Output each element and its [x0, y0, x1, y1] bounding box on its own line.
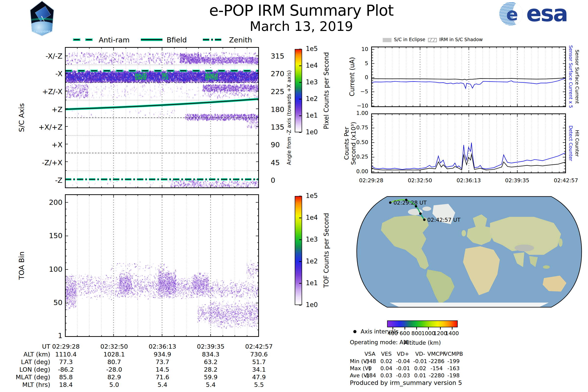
counts-ytick-label: 0.50 [345, 139, 368, 145]
ephemeris-cell: 59.9 [190, 374, 232, 381]
sc-axis-band-label: +X [10, 141, 62, 149]
colorbar-tick-label: 1e2 [306, 258, 318, 265]
ephemeris-cell: 71.6 [142, 374, 183, 381]
voltage-column-header: VCMPB [440, 351, 467, 357]
angle-axis-title: Angle from -Z axis (towards +X axis) [286, 70, 292, 165]
angle-tick-label: 45 [271, 158, 280, 167]
colorbar-tick-label: 1e5 [306, 45, 318, 52]
axis-interval-dot [419, 212, 422, 215]
sc-axis-band-label: +Z/-X [10, 88, 62, 96]
current-right-label-blue: Sensor Surface Current x 5 [568, 45, 574, 108]
angle-tick-label: 270 [271, 70, 284, 78]
altitude-tick-mark [428, 327, 429, 330]
page-date: March 13, 2019 [172, 18, 431, 34]
track-start-time-label: 02:29:28 UT [394, 200, 427, 206]
right-plot-time-label: 02:36:13 [450, 178, 487, 184]
cassiope-mission-badge: CASSIOPE [30, 1, 55, 36]
toa-ytick-label: 1 [32, 332, 62, 340]
sc-axis-band-label: -X [10, 70, 62, 78]
axis-intervals-dot-icon [353, 330, 356, 333]
sc-axis-band-label: -Z [10, 176, 62, 184]
ephemeris-cell: 5.5 [238, 381, 280, 388]
antiram-legend-line [73, 37, 92, 43]
colorbar-tick-label: 1e4 [306, 214, 318, 221]
ephemeris-row-label: MLAT (deg) [0, 374, 50, 381]
altitude-tick-mark [452, 327, 452, 330]
esa-logo: esa [526, 0, 567, 27]
altitude-tick-mark [404, 327, 405, 330]
colorbar-tick-mark [299, 82, 301, 83]
eclipse-legend-swatch [383, 38, 392, 42]
colorbar-tick-label: 1e3 [306, 78, 318, 86]
ephemeris-cell: 5.0 [93, 381, 135, 388]
world-map: 02:29:28 UT 02:42:57 UT [353, 194, 586, 311]
track-end-time-label: 02:42:57 UT [427, 217, 460, 223]
zenith-legend-label: Zenith [229, 36, 252, 44]
colorbar-tick-label: 1e2 [306, 95, 318, 102]
current-right-label-black: Sensor Surface Current [574, 50, 580, 104]
ephemeris-cell: 18.4 [45, 381, 87, 388]
current-ytick-label: 0 [345, 74, 368, 80]
altitude-colorbar [387, 320, 458, 327]
ephemeris-cell: 34.1 [238, 366, 280, 373]
voltage-cell: -198 [440, 372, 467, 378]
counts-ytick-label: 0.75 [345, 124, 368, 130]
colorbar-tick-mark [299, 261, 301, 262]
sc-axis-band-label: +Z [10, 105, 62, 114]
ephemeris-cell: 82.9 [93, 374, 135, 381]
counts-right-label-blue: Detect Counter [568, 126, 574, 161]
counts-ytick-label: 1.00 [345, 110, 368, 116]
esa-globe-e: e [506, 4, 518, 24]
ephemeris-cell: 85.8 [45, 374, 87, 381]
ephemeris-row-label: MLT (hrs) [0, 381, 50, 388]
ephemeris-row-label: ALT (km) [0, 351, 50, 358]
bfield-legend-label: Bfield [166, 36, 187, 44]
toa-ytick-label: 100 [32, 265, 62, 274]
ephemeris-cell: 02:39:35 [190, 343, 232, 350]
ephemeris-cell: 834.3 [190, 351, 232, 358]
axis-interval-dot [423, 218, 426, 221]
current-ytick-label: −10 [345, 103, 368, 109]
bfield-legend-line [141, 37, 162, 43]
esa-globe-icon: e [499, 2, 523, 26]
right-plot-time-label: 02:42:57 [548, 178, 584, 184]
colorbar-tick-label: 1e5 [306, 192, 318, 200]
current-ytick-label: 10 [345, 46, 368, 52]
shadow-legend-swatch [428, 38, 437, 43]
ephemeris-cell: 5.4 [190, 381, 232, 388]
colorbar-tick-label: 1e0 [306, 301, 318, 308]
shadow-legend-label: IRM in S/C Shadow [439, 37, 483, 42]
voltage-cell: -199 [440, 358, 467, 364]
ephemeris-cell: -28.0 [93, 366, 135, 373]
toa-ytick-label: 50 [32, 298, 62, 307]
pixel-colorbar-title: Pixel Counts per Second [323, 52, 330, 129]
right-plot-time-label: 02:32:50 [402, 178, 438, 184]
ephemeris-cell: 73.7 [142, 358, 183, 366]
counts-right-label-black: Hit Counter [574, 130, 580, 157]
current-ytick-label: −5 [345, 88, 368, 94]
toa-ytick-label: 150 [32, 232, 62, 240]
voltage-cell: -163 [440, 365, 467, 372]
right-plot-time-label: 02:39:35 [499, 178, 536, 184]
toa-bin-plot [65, 194, 259, 337]
ephemeris-cell: 80.7 [93, 358, 135, 366]
produced-by-label: Produced by irm_summary version 5 [350, 379, 462, 386]
colorbar-tick-mark [299, 283, 301, 284]
angle-tick-label: 90 [271, 141, 280, 149]
ephemeris-cell: 51.7 [238, 358, 280, 366]
ephemeris-cell: 02:36:13 [142, 343, 183, 350]
colorbar-tick-mark [299, 66, 301, 66]
ephemeris-cell: -86.2 [45, 366, 87, 373]
colorbar-tick-mark [299, 218, 301, 218]
counts-ytick-label: 0.00 [345, 168, 368, 174]
colorbar-tick-mark [299, 305, 301, 306]
toa-ytick-label: 200 [32, 198, 62, 206]
antiram-legend-label: Anti-ram [99, 36, 130, 44]
colorbar-tick-label: 1e0 [306, 128, 318, 136]
right-plot-time-label: 02:29:28 [353, 178, 390, 184]
sc-axis-band-label: -Z/+X [10, 158, 62, 167]
ephemeris-cell: 730.6 [238, 351, 280, 358]
altitude-tick-mark [440, 327, 441, 330]
altitude-tick-label: 1400 [442, 330, 462, 336]
sc-axis-spectrogram-plot [65, 47, 259, 188]
